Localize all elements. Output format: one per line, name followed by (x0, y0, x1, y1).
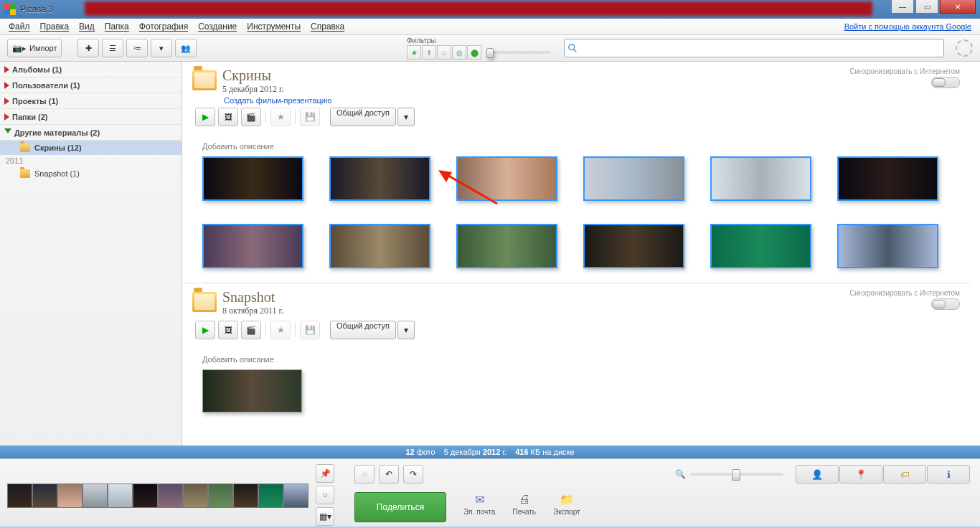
list-view-button[interactable]: ☰ (102, 39, 123, 57)
add-description[interactable]: Добавить описание (202, 142, 960, 151)
thumbnail[interactable] (710, 224, 811, 268)
tray-thumb[interactable] (233, 484, 258, 508)
collage-button[interactable]: 🖼 (218, 108, 238, 126)
people-tab[interactable]: 👤 (796, 465, 839, 484)
movie-button[interactable]: 🎬 (241, 321, 261, 339)
menu-edit[interactable]: Правка (37, 20, 72, 33)
export-icon: 📁 (560, 492, 574, 506)
menu-file[interactable]: Файл (6, 20, 33, 33)
menu-help[interactable]: Справка (308, 20, 347, 33)
save-button[interactable]: 💾 (300, 321, 320, 339)
filter-geo-button[interactable]: ⬤ (467, 45, 481, 60)
google-login-link[interactable]: Войти с помощью аккаунта Google (844, 22, 971, 31)
thumbnail[interactable] (583, 224, 684, 268)
pin-button[interactable]: 📌 (316, 464, 334, 483)
close-button[interactable]: ✕ (940, 0, 976, 14)
thumbnail[interactable] (329, 156, 430, 201)
tray-thumb[interactable] (108, 484, 133, 508)
share-button[interactable]: Общий доступ (330, 321, 396, 339)
tray-thumb[interactable] (7, 484, 32, 508)
sync-toggle[interactable] (931, 298, 960, 310)
import-button[interactable]: 📷▸ Импорт (7, 39, 62, 57)
menu-tools[interactable]: Инструменты (244, 20, 303, 33)
sidebar-folder-skriny[interactable]: Скрины (12) (0, 141, 182, 155)
sync-toggle[interactable] (931, 77, 960, 88)
rotate-right-button[interactable]: ↷ (403, 465, 423, 484)
email-icon: ✉ (472, 492, 486, 506)
tray-thumb[interactable] (83, 484, 108, 508)
maximize-button[interactable]: ▭ (915, 0, 938, 14)
star-button[interactable]: ★ (270, 321, 291, 339)
filter-movie-button[interactable]: ◎ (452, 45, 466, 60)
menu-view[interactable]: Вид (76, 20, 98, 33)
thumbnail[interactable] (837, 156, 938, 201)
movie-button[interactable]: 🎬 (241, 108, 261, 126)
search-input[interactable] (580, 42, 941, 54)
thumbnail[interactable] (456, 156, 557, 201)
places-tab[interactable]: 📍 (839, 465, 882, 484)
thumbnail[interactable] (456, 224, 557, 268)
sidebar-item-other[interactable]: Другие материалы (2) (0, 125, 182, 141)
thumbnail[interactable] (837, 224, 938, 268)
collage-button[interactable]: 🖼 (218, 321, 238, 339)
sidebar-folder-snapshot[interactable]: Snapshot (1) (0, 166, 182, 181)
search-icon (567, 43, 578, 53)
star-button[interactable]: ★ (270, 108, 291, 126)
sidebar-item-projects[interactable]: Проекты (1) (0, 93, 182, 109)
star-action-button[interactable]: ☆ (354, 465, 374, 484)
filter-upload-button[interactable]: ⬆ (422, 45, 436, 60)
play-slideshow-button[interactable]: ▶ (195, 321, 215, 339)
filter-star-button[interactable]: ★ (407, 45, 421, 60)
email-action[interactable]: ✉ Эл. почта (463, 492, 495, 516)
tray-thumb[interactable] (208, 484, 233, 508)
save-button[interactable]: 💾 (300, 108, 320, 126)
tray-thumb[interactable] (258, 484, 283, 508)
create-film-link[interactable]: Создать фильм-презентацию (224, 96, 960, 105)
share-big-button[interactable]: Поделиться (354, 492, 446, 522)
zoom-slider[interactable] (690, 473, 783, 476)
thumbnail[interactable] (710, 156, 811, 201)
folder-big-icon[interactable] (192, 292, 217, 312)
tray-thumb[interactable] (183, 484, 208, 508)
sidebar-item-users[interactable]: Пользователи (1) (0, 77, 182, 93)
info-tab[interactable]: ℹ (927, 465, 970, 484)
sidebar-item-folders[interactable]: Папки (2) (0, 109, 182, 125)
tray-thumb[interactable] (283, 484, 308, 508)
tray-thumb[interactable] (57, 484, 83, 508)
folder-title: Snapshot (222, 289, 283, 306)
thumbnail[interactable] (202, 369, 302, 412)
menu-create[interactable]: Создание (195, 20, 240, 33)
thumbnail[interactable] (583, 156, 684, 201)
sidebar-item-albums[interactable]: Альбомы (1) (0, 62, 182, 77)
menu-folder[interactable]: Папка (102, 20, 132, 33)
add-folder-button[interactable]: ✚ (77, 39, 99, 57)
menu-photo[interactable]: Фотография (136, 20, 191, 33)
rotate-left-button[interactable]: ↶ (379, 465, 399, 484)
share-button[interactable]: Общий доступ (330, 108, 396, 126)
thumbnail[interactable] (202, 224, 303, 268)
people-button[interactable]: 👥 (175, 39, 197, 57)
view-dropdown-button[interactable]: ▾ (151, 39, 172, 57)
tray-menu-button[interactable]: ▦▾ (316, 507, 334, 526)
minimize-button[interactable]: — (891, 0, 914, 14)
thumbnail[interactable] (202, 156, 303, 201)
share-dropdown[interactable]: ▾ (397, 108, 415, 126)
tray-thumb[interactable] (158, 484, 183, 508)
play-slideshow-button[interactable]: ▶ (195, 108, 215, 126)
filter-slider[interactable] (486, 51, 551, 54)
zoom-icon: 🔍 (675, 469, 686, 479)
tray-thumb[interactable] (133, 484, 158, 508)
tags-tab[interactable]: 🏷 (883, 465, 926, 484)
share-dropdown[interactable]: ▾ (397, 321, 415, 339)
search-box[interactable] (564, 39, 944, 57)
filter-face-button[interactable]: ☺ (437, 45, 451, 60)
add-description[interactable]: Добавить описание (202, 355, 960, 364)
print-action[interactable]: 🖨 Печать (512, 492, 536, 516)
thumbnail[interactable] (329, 224, 430, 268)
clear-tray-button[interactable]: ○ (316, 486, 334, 504)
folder-big-icon[interactable] (192, 70, 217, 90)
tray-thumb[interactable] (32, 484, 57, 508)
export-action[interactable]: 📁 Экспорт (553, 492, 580, 516)
chevron-down-icon: ▾ (159, 44, 164, 53)
tree-view-button[interactable]: ≔ (126, 39, 148, 57)
